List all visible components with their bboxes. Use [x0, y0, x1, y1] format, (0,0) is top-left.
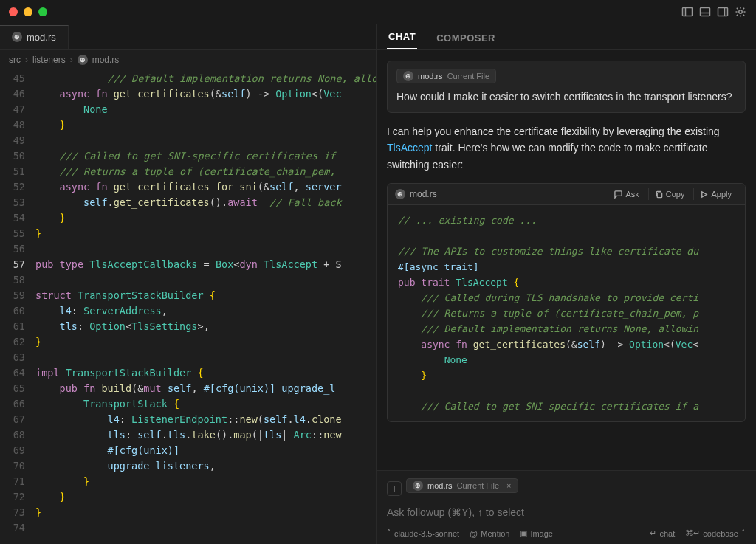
submit-codebase-button[interactable]: ⌘↵ codebase ˄ [685, 528, 746, 538]
code-block-filename: mod.rs [410, 189, 437, 199]
panel-right-icon[interactable] [716, 5, 729, 18]
line-number-gutter: 4546474849505152535455565758596061626364… [0, 69, 35, 544]
panel-bottom-icon[interactable] [698, 5, 712, 18]
svg-point-6 [739, 10, 742, 13]
chat-body: ⊕ mod.rs Current File How could I make i… [377, 50, 756, 470]
editor-tabs: ⊕ mod.rs [0, 24, 376, 50]
chat-input-footer: ˄ claude-3.5-sonnet @ Mention ▣ Image ↵ … [387, 524, 746, 538]
traffic-lights [9, 7, 47, 16]
assistant-code-block: ⊕ mod.rs Ask Copy [387, 183, 746, 422]
code-block-content[interactable]: // ... existing code ... /// The APIs to… [388, 205, 745, 421]
panel-left-icon[interactable] [681, 5, 694, 18]
rust-file-icon: ⊕ [12, 32, 22, 42]
mention-button[interactable]: @ Mention [470, 529, 509, 538]
editor-tab-label: mod.rs [27, 32, 56, 43]
model-selector[interactable]: ˄ claude-3.5-sonnet [387, 528, 459, 538]
breadcrumb-listeners[interactable]: listeners [32, 55, 66, 65]
code-content[interactable]: /// Default implementation returns None,… [35, 69, 376, 544]
apply-button[interactable]: Apply [693, 188, 738, 200]
breadcrumb-src[interactable]: src [9, 55, 21, 65]
add-context-button[interactable]: + [387, 481, 402, 496]
svg-rect-7 [657, 193, 662, 197]
chat-tabs: CHAT COMPOSER [377, 24, 756, 50]
breadcrumb-sep: › [70, 55, 73, 65]
input-file-chip[interactable]: ⊕ mod.rs Current File × [406, 478, 518, 493]
titlebar-actions [681, 5, 747, 18]
chat-input-area: + ⊕ mod.rs Current File × ˄ claude-3.5-s… [377, 470, 756, 544]
chip-filename: mod.rs [427, 481, 453, 490]
rust-file-icon: ⊕ [413, 481, 423, 491]
assistant-message-text: I can help you enhance the certificate f… [387, 123, 746, 173]
breadcrumb-mod-rs[interactable]: mod.rs [92, 55, 120, 65]
remove-chip-icon[interactable]: × [506, 481, 511, 490]
breadcrumb-sep: › [25, 55, 28, 65]
image-button[interactable]: ▣ Image [520, 528, 553, 538]
user-message: ⊕ mod.rs Current File How could I make i… [387, 61, 746, 113]
tab-chat[interactable]: CHAT [387, 25, 417, 49]
rust-file-icon: ⊕ [403, 71, 413, 81]
ask-button[interactable]: Ask [608, 188, 645, 200]
user-file-chip[interactable]: ⊕ mod.rs Current File [396, 69, 496, 83]
minimize-window-button[interactable] [24, 7, 32, 16]
breadcrumbs[interactable]: src › listeners › ⊕ mod.rs [0, 50, 376, 69]
submit-chat-button[interactable]: ↵ chat [650, 528, 675, 538]
rust-file-icon: ⊕ [395, 189, 405, 199]
code-editor[interactable]: 4546474849505152535455565758596061626364… [0, 69, 376, 544]
code-block-header: ⊕ mod.rs Ask Copy [388, 184, 745, 205]
titlebar [0, 0, 756, 24]
chip-hint: Current File [457, 481, 499, 490]
chat-input[interactable] [387, 505, 746, 524]
svg-rect-0 [683, 8, 693, 16]
svg-rect-2 [701, 8, 710, 16]
editor-tab-mod-rs[interactable]: ⊕ mod.rs [0, 25, 69, 49]
user-message-text: How could I make it easier to switch cer… [396, 89, 736, 105]
editor-pane: ⊕ mod.rs src › listeners › ⊕ mod.rs 4546… [0, 24, 377, 544]
chip-filename: mod.rs [418, 72, 443, 80]
tab-composer[interactable]: COMPOSER [435, 27, 497, 49]
close-window-button[interactable] [9, 7, 18, 16]
svg-rect-4 [718, 8, 728, 16]
chip-hint: Current File [447, 72, 489, 80]
maximize-window-button[interactable] [38, 7, 47, 16]
chat-pane: CHAT COMPOSER ⊕ mod.rs Current File How … [377, 24, 756, 544]
rust-file-icon: ⊕ [78, 55, 88, 65]
copy-button[interactable]: Copy [648, 188, 691, 200]
settings-gear-icon[interactable] [734, 5, 747, 18]
